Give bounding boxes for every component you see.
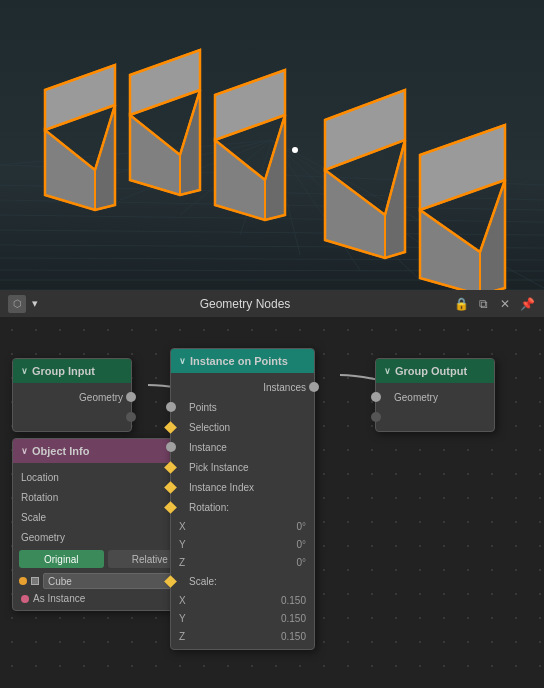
cube-input[interactable] — [43, 573, 180, 589]
rotation-y-row: Y 0° — [171, 535, 314, 553]
location-label: Location — [21, 472, 59, 483]
socket-instance-in[interactable] — [166, 442, 176, 452]
socket-row-pick-instance: Pick Instance — [171, 457, 314, 477]
scale-y-val: 0.150 — [191, 613, 306, 624]
editor-type-icon[interactable]: ⬡ — [8, 295, 26, 313]
as-instance-label: As Instance — [33, 593, 85, 604]
rotation-label: Rotation — [21, 492, 58, 503]
socket-points-in[interactable] — [166, 402, 176, 412]
instance-index-label: Instance Index — [189, 482, 254, 493]
editor-title: Geometry Nodes — [44, 297, 446, 311]
scale-header-label: Scale: — [189, 576, 217, 587]
close-button[interactable]: ✕ — [496, 295, 514, 313]
pick-instance-label: Pick Instance — [189, 462, 248, 473]
collapse-icon: ∨ — [21, 366, 28, 376]
scale-z-row: Z 0.150 — [171, 627, 314, 645]
points-label: Points — [189, 402, 217, 413]
pin-button[interactable]: 📌 — [518, 295, 536, 313]
node-editor: ⬡ ▾ Geometry Nodes 🔒 ⧉ ✕ 📌 ∨ Group Input — [0, 290, 544, 688]
node-instance-on-points[interactable]: ∨ Instance on Points Instances Points Se… — [170, 348, 315, 650]
collapse-icon: ∨ — [179, 356, 186, 366]
socket-extra-in[interactable] — [371, 412, 381, 422]
copy-button[interactable]: ⧉ — [474, 295, 492, 313]
y-axis-label: Y — [179, 539, 191, 550]
socket-row-extra-out — [13, 407, 131, 427]
rotation-z-val: 0° — [191, 557, 306, 568]
as-instance-dot — [21, 595, 29, 603]
node-group-output-header[interactable]: ∨ Group Output — [376, 359, 494, 383]
collapse-icon: ∨ — [384, 366, 391, 376]
socket-row-points: Points — [171, 397, 314, 417]
rotation-x-row: X 0° — [171, 517, 314, 535]
node-group-output-body: Geometry — [376, 383, 494, 431]
node-instance-on-points-body: Instances Points Selection Instance — [171, 373, 314, 649]
socket-row-extra-in — [376, 407, 494, 427]
rotation-header-label: Rotation: — [189, 502, 229, 513]
socket-row-scale-header: Scale: — [171, 571, 314, 591]
selection-label: Selection — [189, 422, 230, 433]
geometry-out-label: Geometry — [79, 392, 123, 403]
sy-axis-label: Y — [179, 613, 191, 624]
scale-x-val: 0.150 — [191, 595, 306, 606]
node-group-input-label: Group Input — [32, 365, 95, 377]
sz-axis-label: Z — [179, 631, 191, 642]
geometry-in-label: Geometry — [394, 392, 438, 403]
save-button[interactable]: 🔒 — [452, 295, 470, 313]
socket-row-instances-out: Instances — [171, 377, 314, 397]
socket-instances-out[interactable] — [309, 382, 319, 392]
socket-row-geometry-in: Geometry — [376, 387, 494, 407]
editor-type-dropdown[interactable]: ▾ — [32, 297, 38, 310]
node-group-output[interactable]: ∨ Group Output Geometry — [375, 358, 495, 432]
cube-color[interactable] — [31, 577, 39, 585]
scale-x-row: X 0.150 — [171, 591, 314, 609]
svg-point-36 — [292, 147, 298, 153]
node-group-output-label: Group Output — [395, 365, 467, 377]
rotation-z-row: Z 0° — [171, 553, 314, 571]
cube-dot — [19, 577, 27, 585]
scale-label: Scale — [21, 512, 46, 523]
socket-row-rotation-header: Rotation: — [171, 497, 314, 517]
header-actions: 🔒 ⧉ ✕ 📌 — [452, 295, 536, 313]
socket-row-instance-index: Instance Index — [171, 477, 314, 497]
node-instance-on-points-label: Instance on Points — [190, 355, 288, 367]
rotation-x-val: 0° — [191, 521, 306, 532]
geometry-label: Geometry — [21, 532, 65, 543]
sx-axis-label: X — [179, 595, 191, 606]
node-object-info-label: Object Info — [32, 445, 89, 457]
socket-row-selection: Selection — [171, 417, 314, 437]
node-instance-on-points-header[interactable]: ∨ Instance on Points — [171, 349, 314, 373]
socket-geometry-out[interactable] — [126, 392, 136, 402]
z-axis-label: Z — [179, 557, 191, 568]
instance-label: Instance — [189, 442, 227, 453]
scale-y-row: Y 0.150 — [171, 609, 314, 627]
collapse-icon: ∨ — [21, 446, 28, 456]
original-button[interactable]: Original — [19, 550, 104, 568]
node-canvas[interactable]: ∨ Group Input Geometry ∨ Object Info — [0, 318, 544, 688]
x-axis-label: X — [179, 521, 191, 532]
node-group-input[interactable]: ∨ Group Input Geometry — [12, 358, 132, 432]
socket-extra-out[interactable] — [126, 412, 136, 422]
viewport — [0, 0, 544, 290]
rotation-y-val: 0° — [191, 539, 306, 550]
socket-geometry-in[interactable] — [371, 392, 381, 402]
node-group-input-body: Geometry — [13, 383, 131, 431]
instances-out-label: Instances — [263, 382, 306, 393]
dropdown-arrow-icon: ▾ — [32, 297, 38, 310]
socket-row-instance: Instance — [171, 437, 314, 457]
editor-header: ⬡ ▾ Geometry Nodes 🔒 ⧉ ✕ 📌 — [0, 290, 544, 318]
socket-selection-in[interactable] — [164, 421, 177, 434]
socket-row-geometry-out: Geometry — [13, 387, 131, 407]
node-group-input-header[interactable]: ∨ Group Input — [13, 359, 131, 383]
scale-z-val: 0.150 — [191, 631, 306, 642]
